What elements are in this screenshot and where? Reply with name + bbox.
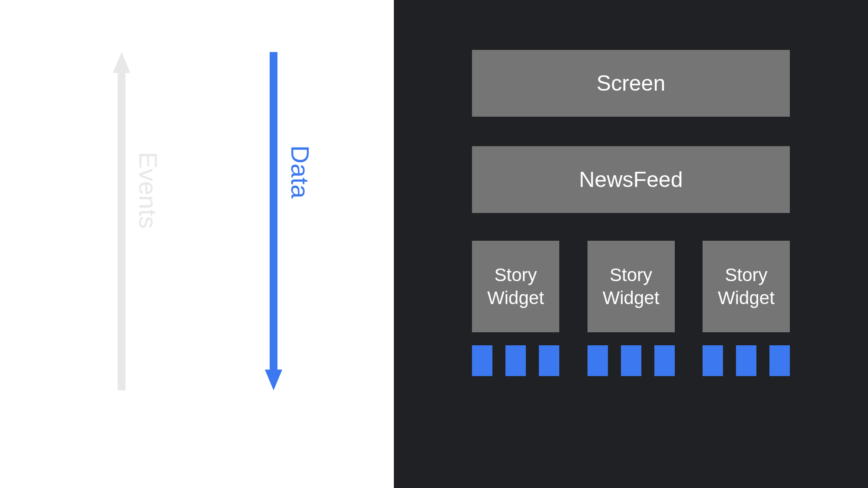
arrow-down-icon <box>265 52 282 390</box>
events-arrow: Events <box>113 52 130 390</box>
svg-rect-2 <box>270 52 277 370</box>
svg-marker-0 <box>113 52 130 73</box>
chip <box>472 345 492 376</box>
arrow-up-icon <box>113 52 130 390</box>
right-panel: Screen NewsFeed Story Widget Story Widge… <box>394 0 868 488</box>
left-panel: Events Data <box>0 0 394 488</box>
newsfeed-box: NewsFeed <box>472 146 790 213</box>
story-widget-box: Story Widget <box>703 241 790 332</box>
chip <box>505 345 526 376</box>
story-widget-box: Story Widget <box>472 241 559 332</box>
chip-group <box>703 345 790 376</box>
chip <box>703 345 723 376</box>
screen-box: Screen <box>472 50 790 117</box>
widget-label-line: Story <box>725 264 767 287</box>
svg-marker-3 <box>265 370 282 390</box>
chip <box>736 345 756 376</box>
widget-label-line: Widget <box>718 287 775 310</box>
svg-rect-1 <box>118 72 125 390</box>
chip <box>539 345 559 376</box>
chip <box>621 345 641 376</box>
widget-label-line: Story <box>494 264 537 287</box>
chip <box>654 345 675 376</box>
chip <box>769 345 790 376</box>
widget-label-line: Widget <box>603 287 660 310</box>
chip-group <box>587 345 675 376</box>
events-label: Events <box>134 152 163 229</box>
data-label: Data <box>286 145 315 199</box>
chip <box>587 345 608 376</box>
chip-group <box>472 345 559 376</box>
widget-label-line: Story <box>610 264 652 287</box>
story-widget-box: Story Widget <box>587 241 675 332</box>
data-arrow: Data <box>265 52 282 390</box>
chips-row <box>472 345 790 376</box>
widget-label-line: Widget <box>487 287 544 310</box>
widget-row: Story Widget Story Widget Story Widget <box>472 241 790 332</box>
